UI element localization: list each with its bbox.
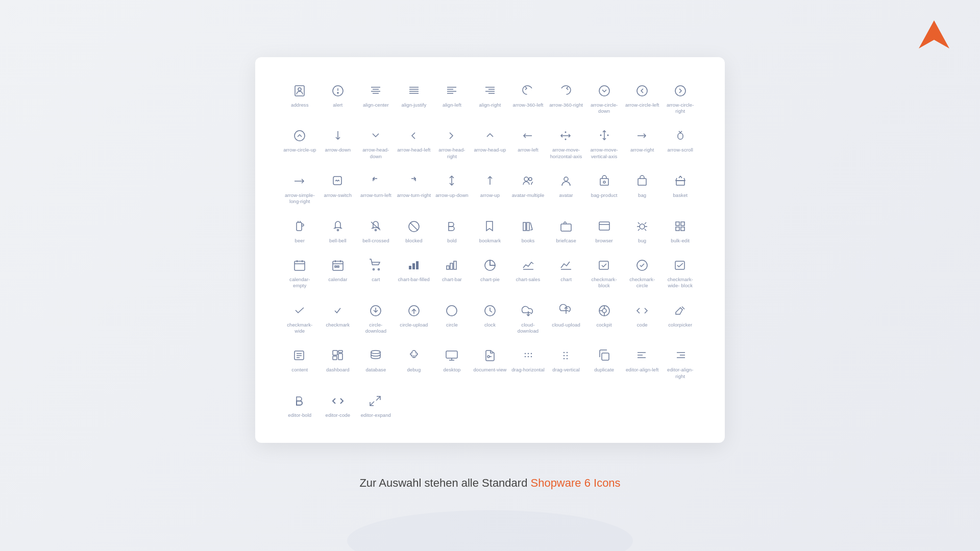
icon-beer[interactable]: beer: [281, 213, 319, 248]
icon-colorpicker[interactable]: colorpicker: [661, 297, 699, 339]
icon-clock[interactable]: clock: [471, 297, 509, 339]
icon-align-right[interactable]: align-right: [471, 78, 509, 119]
icon-cart[interactable]: cart: [357, 252, 395, 293]
bulk-edit-label: bulk-edit: [671, 238, 690, 244]
icon-arrow-scroll[interactable]: arrow-scroll: [661, 122, 699, 164]
avatar-multiple-label: avatar-multiple: [512, 192, 545, 198]
icon-arrow-switch[interactable]: arrow-switch: [319, 168, 357, 209]
icon-dashboard[interactable]: dashboard: [319, 342, 357, 384]
icon-arrow-move-horizontal-axis[interactable]: arrow-move- horizontal-axis: [547, 122, 585, 164]
icon-editor-align-right[interactable]: editor-align-right: [661, 342, 699, 384]
svg-point-121: [527, 356, 528, 357]
icon-address[interactable]: address: [281, 78, 319, 119]
arrow-switch-label: arrow-switch: [324, 192, 352, 198]
icon-document-view[interactable]: document-view: [471, 342, 509, 384]
icon-cloud-upload[interactable]: cloud-upload: [547, 297, 585, 339]
icon-arrow-head-left[interactable]: arrow-head-left: [395, 122, 433, 164]
svg-point-24: [675, 86, 685, 96]
svg-point-43: [603, 181, 605, 183]
icon-checkmark[interactable]: checkmark: [319, 297, 357, 339]
icon-checkmark-wide-block[interactable]: checkmark-wide- block: [661, 252, 699, 293]
icon-avatar-multiple[interactable]: avatar-multiple: [509, 168, 547, 209]
icon-chart-sales[interactable]: chart-sales: [509, 252, 547, 293]
icon-chart-bar-filled[interactable]: chart-bar-filled: [395, 252, 433, 293]
icon-circle[interactable]: circle: [433, 297, 471, 339]
icon-align-left[interactable]: align-left: [433, 78, 471, 119]
icon-browser[interactable]: browser: [585, 213, 623, 248]
icon-debug[interactable]: debug: [395, 342, 433, 384]
icon-content[interactable]: content: [281, 342, 319, 384]
icon-editor-bold[interactable]: editor-bold: [281, 388, 319, 422]
icon-arrow-move-vertical-axis[interactable]: arrow-move- vertical-axis: [585, 122, 623, 164]
icon-basket[interactable]: basket: [661, 168, 699, 209]
editor-align-right-icon: [672, 347, 689, 364]
icon-bookmark[interactable]: bookmark: [471, 213, 509, 248]
icon-arrow-left[interactable]: arrow-left: [509, 122, 547, 164]
icon-arrow-right[interactable]: arrow-right: [623, 122, 662, 164]
icon-avatar[interactable]: avatar: [547, 168, 585, 209]
icon-arrow-circle-left[interactable]: arrow-circle-left: [623, 78, 662, 119]
icon-arrow-turn-left[interactable]: arrow-turn-left: [357, 168, 395, 209]
icon-books[interactable]: books: [509, 213, 547, 248]
icon-arrow-360-left[interactable]: arrow-360-left: [509, 78, 547, 119]
icon-arrow-head-down[interactable]: arrow-head-down: [357, 122, 395, 164]
icon-chart-bar[interactable]: chart-bar: [433, 252, 471, 293]
icon-bag-product[interactable]: bag-product: [585, 168, 623, 209]
icon-checkmark-block[interactable]: checkmark-block: [585, 252, 623, 293]
icon-circle-download[interactable]: circle-download: [357, 297, 395, 339]
icon-arrow-simple-long-right[interactable]: arrow-simple- long-right: [281, 168, 319, 209]
arrow-up-label: arrow-up: [480, 192, 500, 198]
icon-arrow-360-right[interactable]: arrow-360-right: [547, 78, 585, 119]
icon-editor-expand[interactable]: editor-expand: [357, 388, 395, 422]
icon-blocked[interactable]: blocked: [395, 213, 433, 248]
icon-bag[interactable]: bag: [623, 168, 662, 209]
icon-chart[interactable]: chart: [547, 252, 585, 293]
icon-database[interactable]: database: [357, 342, 395, 384]
icon-chart-pie[interactable]: chart-pie: [471, 252, 509, 293]
icon-arrow-up-down[interactable]: arrow-up-down: [433, 168, 471, 209]
icon-calendar[interactable]: calendar: [319, 252, 357, 293]
icon-align-center[interactable]: align-center: [357, 78, 395, 119]
svg-rect-129: [602, 353, 609, 360]
icon-checkmark-circle[interactable]: checkmark-circle: [623, 252, 662, 293]
icon-editor-align-left[interactable]: editor-align-left: [623, 342, 662, 384]
bag-label: bag: [638, 192, 646, 198]
svg-point-116: [487, 356, 489, 358]
icon-bulk-edit[interactable]: bulk-edit: [661, 213, 699, 248]
icon-arrow-head-right[interactable]: arrow-head-right: [433, 122, 471, 164]
arrow-move-vertical-axis-icon: [596, 128, 612, 144]
icon-desktop[interactable]: desktop: [433, 342, 471, 384]
icon-arrow-down[interactable]: arrow-down: [319, 122, 357, 164]
editor-code-label: editor-code: [326, 412, 351, 418]
icon-alert[interactable]: alert: [319, 78, 357, 119]
cloud-download-icon: [520, 303, 536, 319]
icon-bell-crossed[interactable]: bell-crossed: [357, 213, 395, 248]
icon-circle-upload[interactable]: circle-upload: [395, 297, 433, 339]
icon-arrow-up[interactable]: arrow-up: [471, 168, 509, 209]
svg-line-137: [370, 402, 374, 406]
icon-align-justify[interactable]: align-justify: [395, 78, 433, 119]
icon-arrow-turn-right[interactable]: arrow-turn-right: [395, 168, 433, 209]
icon-duplicate[interactable]: duplicate: [585, 342, 623, 384]
icon-bold[interactable]: bold: [433, 213, 471, 248]
icon-calendar-empty[interactable]: calendar-empty: [281, 252, 319, 293]
icon-briefcase[interactable]: briefcase: [547, 213, 585, 248]
icon-checkmark-wide[interactable]: checkmark-wide: [281, 297, 319, 339]
icon-bell-bell[interactable]: bell-bell: [319, 213, 357, 248]
calendar-label: calendar: [328, 277, 347, 283]
icon-arrow-head-up[interactable]: arrow-head-up: [471, 122, 509, 164]
icon-arrow-circle-up[interactable]: arrow-circle-up: [281, 122, 319, 164]
icon-editor-code[interactable]: editor-code: [319, 388, 357, 422]
icon-drag-vertical[interactable]: drag-vertical: [547, 342, 585, 384]
svg-rect-86: [599, 261, 608, 269]
icon-bug[interactable]: bug: [623, 213, 662, 248]
icon-code[interactable]: code: [623, 297, 662, 339]
address-icon: [291, 83, 308, 99]
icon-cockpit[interactable]: cockpit: [585, 297, 623, 339]
icon-cloud-download[interactable]: cloud-download: [509, 297, 547, 339]
icon-arrow-circle-right[interactable]: arrow-circle-right: [661, 78, 699, 119]
icon-drag-horizontal[interactable]: drag-horizontal: [509, 342, 547, 384]
database-label: database: [365, 367, 386, 373]
icon-arrow-circle-down[interactable]: arrow-circle-down: [585, 78, 623, 119]
bell-crossed-icon: [368, 218, 384, 235]
